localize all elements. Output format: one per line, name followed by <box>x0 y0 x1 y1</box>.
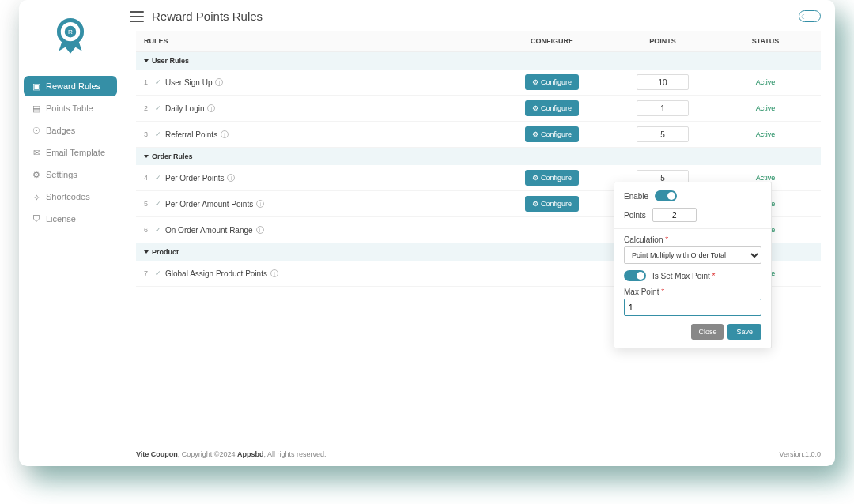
gear-icon: ⚙ <box>532 200 538 208</box>
col-points: POINTS <box>607 37 718 45</box>
check-icon: ✓ <box>155 200 161 208</box>
status-badge: Active <box>718 104 813 112</box>
row-num: 7 <box>144 269 155 277</box>
sidebar-item-points-table[interactable]: ▤Points Table <box>24 98 117 118</box>
points-field[interactable] <box>652 208 697 222</box>
configure-popover: Enable Points Calculation * Point Multip… <box>614 182 772 348</box>
save-button[interactable]: Save <box>727 324 761 340</box>
sidebar-item-shortcodes[interactable]: ⟡Shortcodes <box>24 186 117 207</box>
main-content: Reward Points Rules RULES CONFIGURE POIN… <box>122 0 835 466</box>
configure-button[interactable]: ⚙Configure <box>525 196 579 212</box>
table-row: 3✓ Referral Pointsi ⚙Configure Active <box>136 122 821 148</box>
status-badge: Active <box>718 78 813 86</box>
caret-down-icon <box>144 59 149 62</box>
app-logo: R <box>49 14 92 57</box>
section-label: Order Rules <box>152 152 193 160</box>
info-icon[interactable]: i <box>270 269 278 277</box>
points-input[interactable] <box>637 126 689 142</box>
badge-icon: ☉ <box>32 126 41 135</box>
sidebar-item-badges[interactable]: ☉Badges <box>24 120 117 141</box>
sidebar: R ▣Reward Rules ▤Points Table ☉Badges ✉E… <box>19 0 122 466</box>
maxpoint-toggle[interactable] <box>624 270 646 281</box>
row-num: 3 <box>144 130 155 138</box>
info-icon[interactable]: i <box>207 104 215 112</box>
row-num: 6 <box>144 226 155 234</box>
sidebar-item-email-template[interactable]: ✉Email Template <box>24 142 117 163</box>
list-icon: ▣ <box>32 81 41 91</box>
row-num: 5 <box>144 200 155 208</box>
nav-label: Shortcodes <box>46 192 90 201</box>
sidebar-item-settings[interactable]: ⚙Settings <box>24 164 117 185</box>
enable-label: Enable <box>624 192 648 201</box>
gear-icon: ⚙ <box>532 78 538 86</box>
gear-icon: ⚙ <box>532 130 538 138</box>
rule-name: User Sign Upi <box>165 78 497 87</box>
row-num: 4 <box>144 174 155 182</box>
calculation-label: Calculation * <box>624 235 761 244</box>
menu-toggle-icon[interactable] <box>130 11 144 22</box>
nav-label: License <box>46 214 76 224</box>
calculation-select[interactable]: Point Multiply with Order Total <box>624 246 761 264</box>
sidebar-item-reward-rules[interactable]: ▣Reward Rules <box>24 76 117 96</box>
close-button[interactable]: Close <box>691 324 724 340</box>
nav-label: Settings <box>46 170 77 179</box>
col-status: STATUS <box>718 37 813 45</box>
info-icon[interactable]: i <box>227 174 235 182</box>
check-icon: ✓ <box>155 78 161 86</box>
caret-down-icon <box>144 250 149 254</box>
maxpoint-toggle-label: Is Set Max Point * <box>652 272 716 280</box>
configure-button[interactable]: ⚙Configure <box>525 170 579 186</box>
check-icon: ✓ <box>155 174 161 182</box>
sidebar-nav: ▣Reward Rules ▤Points Table ☉Badges ✉Ema… <box>24 76 117 231</box>
section-label: User Rules <box>152 57 189 65</box>
info-icon[interactable]: i <box>215 78 223 86</box>
enable-toggle[interactable] <box>655 190 677 201</box>
rule-name: Per Order Pointsi <box>165 174 497 182</box>
nav-label: Reward Rules <box>46 81 100 91</box>
info-icon[interactable]: i <box>256 226 264 234</box>
version-text: Version:1.0.0 <box>779 450 821 458</box>
check-icon: ✓ <box>155 226 161 234</box>
info-icon[interactable]: i <box>256 200 264 208</box>
configure-button[interactable]: ⚙Configure <box>525 126 579 142</box>
gear-icon: ⚙ <box>532 174 538 182</box>
section-order-rules[interactable]: Order Rules <box>136 148 821 165</box>
footer-copy: Vite Coupon, Copyright ©2024 Appsbd, All… <box>136 450 327 458</box>
row-num: 1 <box>144 78 155 86</box>
caret-down-icon <box>144 155 149 158</box>
check-icon: ✓ <box>155 130 161 138</box>
col-configure: CONFIGURE <box>497 37 607 45</box>
footer: Vite Coupon, Copyright ©2024 Appsbd, All… <box>122 442 835 466</box>
info-icon[interactable]: i <box>221 130 229 138</box>
maxpoint-label: Max Point * <box>624 288 761 296</box>
check-icon: ✓ <box>155 269 161 277</box>
section-user-rules[interactable]: User Rules <box>136 52 821 70</box>
rule-name: Daily Logini <box>165 104 497 113</box>
col-rules: RULES <box>144 37 497 45</box>
section-label: Product <box>152 248 179 256</box>
points-input[interactable] <box>637 74 689 90</box>
status-badge: Active <box>718 174 813 182</box>
nav-label: Points Table <box>46 103 93 113</box>
check-icon: ✓ <box>155 104 161 112</box>
code-icon: ⟡ <box>32 192 41 201</box>
rule-name: Referral Pointsi <box>165 130 497 139</box>
table-icon: ▤ <box>32 103 41 113</box>
table-header: RULES CONFIGURE POINTS STATUS <box>136 31 821 52</box>
theme-toggle[interactable] <box>799 10 821 22</box>
maxpoint-field[interactable] <box>624 299 761 316</box>
table-row: 2✓ Daily Logini ⚙Configure Active <box>136 96 821 122</box>
sidebar-item-license[interactable]: ⛉License <box>24 209 117 229</box>
configure-button[interactable]: ⚙Configure <box>525 100 579 116</box>
page-title: Reward Points Rules <box>152 9 263 23</box>
rule-name: Global Assign Product Pointsi <box>165 269 497 278</box>
divider <box>614 228 771 229</box>
svg-text:R: R <box>68 28 73 36</box>
rule-name: On Order Amount Rangei <box>165 226 497 235</box>
row-num: 2 <box>144 104 155 112</box>
rule-name: Per Order Amount Pointsi <box>165 200 497 209</box>
configure-button[interactable]: ⚙Configure <box>525 74 579 90</box>
points-input[interactable] <box>637 100 689 116</box>
mail-icon: ✉ <box>32 148 41 157</box>
nav-label: Badges <box>46 126 75 135</box>
